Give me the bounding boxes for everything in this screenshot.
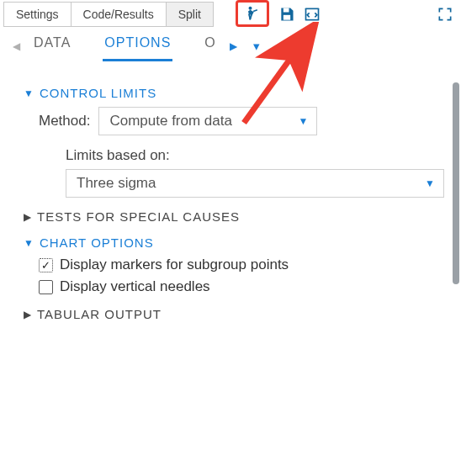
run-icon [244,5,261,22]
display-needles-checkbox[interactable] [39,280,53,294]
settings-button[interactable]: Settings [3,2,72,27]
section-title: CONTROL LIMITS [40,86,156,100]
options-pane: ▼ CONTROL LIMITS Method: Compute from da… [0,62,461,321]
svg-rect-5 [283,15,290,20]
save-icon [278,6,295,23]
save-button[interactable] [274,2,299,27]
method-select[interactable]: Compute from data ▼ [98,107,317,135]
section-title: TABULAR OUTPUT [37,307,162,321]
view-segmented-control: Settings Code/Results Split [3,2,214,27]
section-title: CHART OPTIONS [40,235,154,250]
code-results-button[interactable]: Code/Results [72,2,167,27]
svg-point-0 [248,7,252,10]
scrollbar-thumb[interactable] [453,82,459,284]
chevron-right-icon: ▶ [24,211,32,223]
tab-scroll-left[interactable]: ◀ [8,40,24,52]
display-markers-label: Display markers for subgroup points [60,257,289,273]
limits-label: Limits based on: [66,147,444,164]
section-control-limits[interactable]: ▼ CONTROL LIMITS [24,86,444,100]
top-toolbar: Settings Code/Results Split [0,0,461,27]
tab-truncated[interactable]: O [203,30,217,61]
svg-rect-1 [253,9,257,12]
limits-select[interactable]: Three sigma ▼ [66,169,444,198]
method-label: Method: [39,113,90,130]
method-value: Compute from data [109,113,232,130]
fullscreen-button[interactable] [432,2,458,27]
run-button-highlight [236,0,269,27]
run-button[interactable] [240,5,265,22]
chevron-down-icon: ▼ [425,177,435,189]
display-markers-checkbox[interactable] [39,258,53,272]
tab-strip: ◀ DATA OPTIONS O ▶ ▾ [0,27,461,62]
fullscreen-icon [437,6,453,23]
chart-options-body: Display markers for subgroup points Disp… [24,257,444,295]
chevron-down-icon: ▼ [299,115,309,127]
split-button[interactable]: Split [167,2,214,27]
section-tabular-output[interactable]: ▶ TABULAR OUTPUT [24,307,444,321]
section-chart-options[interactable]: ▼ CHART OPTIONS [24,235,444,250]
code-panel-icon [304,6,321,23]
display-needles-label: Display vertical needles [60,278,210,295]
chevron-down-icon: ▼ [24,237,34,249]
chevron-right-icon: ▶ [24,309,32,320]
limits-value: Three sigma [77,175,156,192]
code-panel-button[interactable] [299,2,325,27]
control-limits-body: Method: Compute from data ▼ Limits based… [24,107,444,198]
section-tests-special-causes[interactable]: ▶ TESTS FOR SPECIAL CAUSES [24,209,444,224]
tab-overflow-menu[interactable]: ▾ [253,39,260,54]
tab-options[interactable]: OPTIONS [103,30,172,61]
section-title: TESTS FOR SPECIAL CAUSES [37,209,240,224]
tab-scroll-right[interactable]: ▶ [226,40,241,52]
chevron-down-icon: ▼ [24,87,34,99]
tab-data[interactable]: DATA [32,30,72,61]
svg-rect-4 [283,8,289,13]
